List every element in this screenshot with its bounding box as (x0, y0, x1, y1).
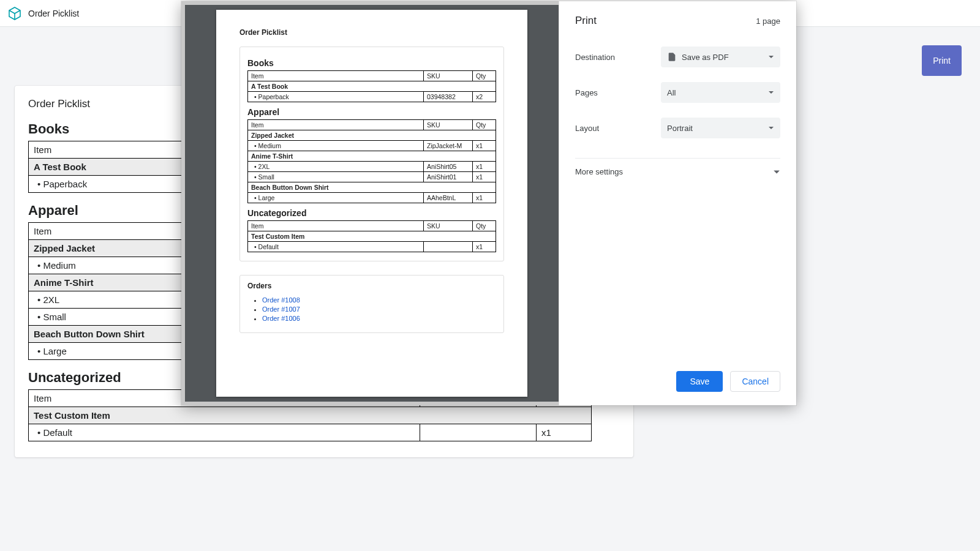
topbar-title: Order Picklist (28, 9, 79, 18)
print-preview-page: Order Picklist Books ItemSKUQty A Test B… (216, 10, 527, 397)
print-preview-pane[interactable]: Order Picklist Books ItemSKUQty A Test B… (181, 1, 559, 405)
chevron-down-icon (773, 168, 780, 176)
order-link: Order #1008 (262, 296, 496, 304)
app-logo-icon (7, 6, 22, 21)
layout-label: Layout (575, 124, 661, 133)
destination-label: Destination (575, 53, 661, 62)
print-dialog-title: Print (575, 15, 597, 27)
more-settings-toggle[interactable]: More settings (575, 158, 780, 185)
table-row: Test Custom Item (29, 407, 592, 424)
chevron-down-icon (768, 125, 774, 131)
print-dialog: Order Picklist Books ItemSKUQty A Test B… (181, 1, 796, 405)
table-row: • Default x1 (29, 424, 592, 441)
chevron-down-icon (768, 54, 774, 60)
chevron-down-icon (768, 89, 774, 96)
pages-select[interactable]: All (661, 82, 780, 103)
destination-select[interactable]: Save as PDF (661, 47, 780, 67)
layout-select[interactable]: Portrait (661, 118, 780, 138)
order-link: Order #1007 (262, 305, 496, 313)
pages-label: Pages (575, 88, 661, 97)
preview-title: Order Picklist (239, 28, 504, 37)
cancel-button[interactable]: Cancel (730, 371, 780, 392)
order-link: Order #1006 (262, 315, 496, 322)
print-settings-pane: Print 1 page Destination Save as PDF Pag… (559, 1, 796, 405)
page-count: 1 page (756, 17, 780, 26)
preview-picklist-card: Books ItemSKUQty A Test Book • Paperback… (239, 47, 504, 261)
print-button[interactable]: Print (922, 45, 962, 76)
save-button[interactable]: Save (676, 371, 723, 392)
pdf-icon (667, 52, 677, 62)
preview-orders-card: Orders Order #1008 Order #1007 Order #10… (239, 275, 504, 333)
